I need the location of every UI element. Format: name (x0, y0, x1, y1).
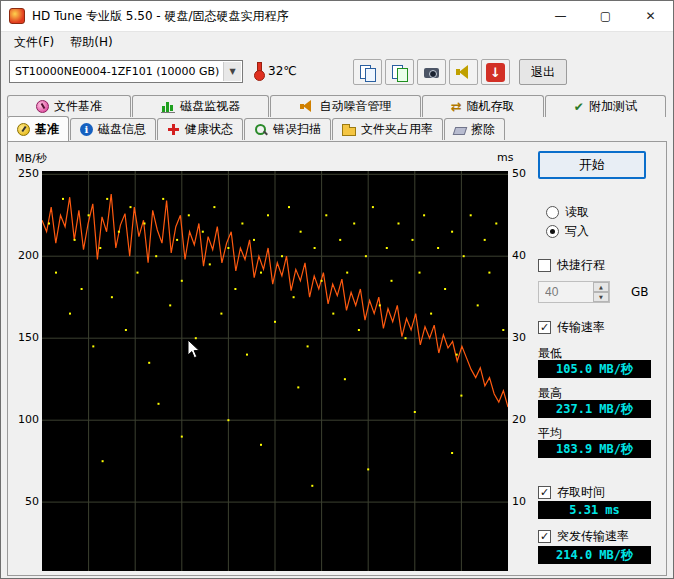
tab-label: 健康状态 (185, 121, 233, 138)
transfer-rate-option[interactable]: ✓ 传输速率 (538, 319, 605, 336)
exit-button[interactable]: 退出 (519, 59, 567, 85)
burst-rate-checkbox[interactable]: ✓ (538, 530, 551, 543)
axis-tick: 10 (512, 495, 526, 508)
tab-extra-tests[interactable]: 附加测试 (545, 95, 666, 117)
access-time-checkbox[interactable]: ✓ (538, 486, 551, 499)
short-stroke-spinner: ▲ ▼ (593, 282, 609, 302)
extra-tests-icon (574, 100, 584, 114)
y-axis-right-title: ms (497, 151, 513, 164)
tab-label: 随机存取 (467, 98, 515, 115)
axis-tick: 100 (18, 413, 39, 426)
read-radio[interactable] (546, 206, 559, 219)
hdtune-window: HD Tune 专业版 5.50 - 硬盘/固态硬盘实用程序 — ▢ ✕ 文件(… (0, 0, 674, 579)
tab-row-primary: 基准 i 磁盘信息 健康状态 错误扫描 文件夹占用率 擦除 (7, 118, 667, 141)
tab-file-benchmark[interactable]: 文件基准 (7, 95, 131, 117)
burst-rate-option[interactable]: ✓ 突发传输速率 (538, 528, 629, 545)
tab-label: 磁盘监视器 (180, 98, 240, 115)
spin-down-icon[interactable]: ▼ (593, 292, 609, 302)
maximize-button[interactable]: ▢ (583, 1, 628, 31)
tab-erase[interactable]: 擦除 (444, 118, 505, 140)
folder-icon (342, 127, 356, 136)
copy-image-button[interactable] (385, 59, 414, 85)
down-arrow-icon: ↓ (486, 63, 505, 82)
tab-label: 文件基准 (54, 98, 102, 115)
tab-folder-usage[interactable]: 文件夹占用率 (332, 118, 443, 140)
axis-tick: 30 (512, 331, 526, 344)
temperature-indicator: 32℃ (253, 61, 297, 81)
read-label: 读取 (565, 204, 589, 221)
axis-tick: 150 (18, 331, 39, 344)
audio-button[interactable] (449, 59, 478, 85)
close-button[interactable]: ✕ (628, 1, 673, 31)
min-value: 105.0 MB/秒 (538, 360, 651, 378)
drive-select[interactable]: ST10000NE0004-1ZF101 (10000 GB) ▼ (9, 60, 243, 83)
burst-rate-value: 214.0 MB/秒 (538, 546, 651, 564)
start-button[interactable]: 开始 (538, 151, 646, 179)
max-value: 237.1 MB/秒 (538, 400, 651, 418)
tab-label: 文件夹占用率 (361, 121, 433, 138)
menubar: 文件(F) 帮助(H) (1, 31, 673, 53)
write-option[interactable]: 写入 (546, 223, 589, 240)
tab-label: 磁盘信息 (98, 121, 146, 138)
window-controls: — ▢ ✕ (538, 1, 673, 31)
tab-aam[interactable]: 自动噪音管理 (270, 95, 420, 117)
titlebar: HD Tune 专业版 5.50 - 硬盘/固态硬盘实用程序 — ▢ ✕ (1, 1, 673, 31)
app-icon (9, 8, 25, 24)
minimize-button[interactable]: — (538, 1, 583, 31)
copy-icon (359, 64, 376, 81)
transfer-rate-checkbox[interactable]: ✓ (538, 321, 551, 334)
window-title: HD Tune 专业版 5.50 - 硬盘/固态硬盘实用程序 (32, 8, 289, 25)
copy-image-icon (391, 64, 408, 81)
axis-tick: 200 (18, 249, 39, 262)
gb-unit-label: GB (631, 285, 649, 299)
tab-health[interactable]: 健康状态 (157, 118, 243, 140)
eraser-icon (453, 127, 468, 135)
chevron-down-icon[interactable]: ▼ (223, 62, 241, 81)
mouse-cursor (187, 339, 201, 360)
temperature-value: 32℃ (268, 64, 297, 78)
write-label: 写入 (565, 223, 589, 240)
short-stroke-checkbox[interactable] (538, 259, 551, 272)
drive-select-value: ST10000NE0004-1ZF101 (10000 GB) (15, 65, 219, 78)
random-access-icon (451, 99, 462, 114)
access-time-value: 5.31 ms (538, 501, 651, 519)
menu-help[interactable]: 帮助(H) (63, 32, 119, 53)
spin-up-icon[interactable]: ▲ (593, 282, 609, 292)
tab-label: 错误扫描 (273, 121, 321, 138)
noise-speaker-icon (300, 100, 315, 113)
toolbar: ST10000NE0004-1ZF101 (10000 GB) ▼ 32℃ ↓ … (1, 53, 673, 91)
info-icon: i (80, 123, 93, 136)
speaker-icon (456, 65, 472, 79)
axis-tick: 20 (512, 413, 526, 426)
write-radio[interactable] (546, 225, 559, 238)
tab-disk-info[interactable]: i 磁盘信息 (70, 118, 156, 140)
tab-benchmark[interactable]: 基准 (7, 116, 69, 141)
read-option[interactable]: 读取 (546, 204, 589, 221)
disk-monitor-icon (161, 100, 175, 113)
tab-error-scan[interactable]: 错误扫描 (244, 118, 331, 140)
tab-label: 擦除 (471, 121, 495, 138)
avg-value: 183.9 MB/秒 (538, 440, 651, 458)
burst-rate-label: 突发传输速率 (557, 528, 629, 545)
health-cross-icon (167, 123, 180, 136)
menu-file[interactable]: 文件(F) (7, 32, 61, 53)
axis-tick: 250 (18, 167, 39, 180)
tab-random-access[interactable]: 随机存取 (422, 95, 544, 117)
transfer-rate-label: 传输速率 (557, 319, 605, 336)
camera-icon (423, 64, 440, 81)
thermometer-icon (253, 61, 263, 81)
access-time-label: 存取时间 (557, 484, 605, 501)
short-stroke-option[interactable]: 快捷行程 (538, 257, 605, 274)
tab-label: 附加测试 (589, 98, 637, 115)
y-axis-left: 25020015010050 (11, 171, 39, 571)
access-time-option[interactable]: ✓ 存取时间 (538, 484, 605, 501)
update-button[interactable]: ↓ (481, 59, 510, 85)
tab-label: 基准 (35, 121, 59, 138)
benchmark-gauge-icon (17, 123, 30, 136)
copy-text-button[interactable] (353, 59, 382, 85)
axis-tick: 50 (512, 167, 526, 180)
benchmark-chart-svg (42, 171, 508, 571)
file-benchmark-icon (36, 100, 49, 113)
screenshot-button[interactable] (417, 59, 446, 85)
tab-disk-monitor[interactable]: 磁盘监视器 (132, 95, 269, 117)
